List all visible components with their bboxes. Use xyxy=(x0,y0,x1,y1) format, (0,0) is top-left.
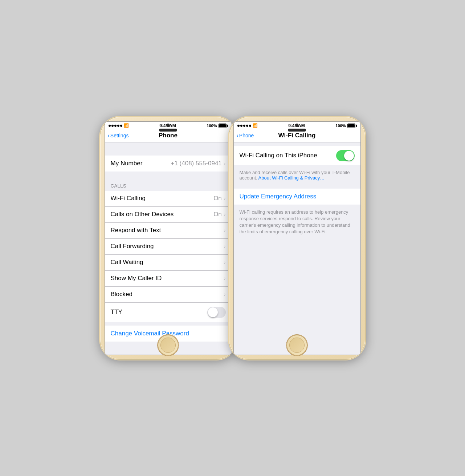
wifi-calling-toggle-cell[interactable]: Wi-Fi Calling on This iPhone xyxy=(234,146,360,165)
wifi-calling-iphone-label: Wi-Fi Calling on This iPhone xyxy=(240,152,317,159)
camera-icon-right xyxy=(295,124,299,127)
iphone-left: 📶 9:41 AM 100% ‹ Settings Phone xyxy=(100,117,236,359)
tty-label: TTY xyxy=(111,308,122,316)
emergency-section: Update Emergency Address xyxy=(234,189,360,205)
emergency-description-text: Wi-Fi calling requires an address to hel… xyxy=(234,205,360,240)
status-right: 100% xyxy=(207,124,228,128)
top-spacer-right xyxy=(234,142,360,146)
wifi-calling-label: Wi-Fi Calling xyxy=(111,195,146,202)
status-left: 📶 xyxy=(109,123,129,128)
calls-other-devices-cell[interactable]: Calls on Other Devices On › xyxy=(105,207,232,223)
call-forwarding-chevron-icon: › xyxy=(224,243,226,249)
signal-dots-right xyxy=(237,125,251,127)
back-chevron-icon-right: ‹ xyxy=(237,132,238,139)
speaker-icon-right xyxy=(288,129,306,132)
wifi-calling-value: On xyxy=(213,195,222,202)
battery-pct: 100% xyxy=(207,124,217,128)
home-button-right[interactable] xyxy=(286,335,307,356)
iphone-top-hardware xyxy=(159,124,177,132)
blocked-label: Blocked xyxy=(111,291,132,298)
tty-cell[interactable]: TTY xyxy=(105,303,232,322)
blocked-right: › xyxy=(224,291,226,297)
call-forwarding-label: Call Forwarding xyxy=(111,243,154,250)
back-button-phone[interactable]: ‹ Phone xyxy=(237,132,254,139)
home-button-inner-left xyxy=(160,338,176,353)
wifi-calling-toggle[interactable] xyxy=(336,150,355,161)
voicemail-link: Change Voicemail Password xyxy=(111,330,189,337)
call-waiting-right: › xyxy=(224,259,226,265)
calls-other-right: On › xyxy=(213,211,225,218)
iphone-screen-right: 📶 9:41 AM 100% ‹ Phone Wi-Fi Calling xyxy=(233,121,361,355)
wifi-toggle-group: Wi-Fi Calling on This iPhone xyxy=(234,146,360,165)
calls-other-devices-label: Calls on Other Devices xyxy=(111,211,174,218)
calls-other-chevron-icon: › xyxy=(224,211,226,217)
wifi-calling-cell[interactable]: Wi-Fi Calling On › xyxy=(105,191,232,207)
calls-section-header: CALLS xyxy=(105,175,232,191)
battery-icon xyxy=(219,124,228,128)
back-label-phone: Phone xyxy=(239,133,254,138)
wifi-calling-right: On › xyxy=(213,195,225,202)
wifi-icon: 📶 xyxy=(124,123,129,128)
respond-with-text-right: › xyxy=(224,227,226,233)
battery-icon-right xyxy=(347,124,357,128)
my-number-right: +1 (408) 555-0941 › xyxy=(171,160,225,167)
screen-content-right: Wi-Fi Calling on This iPhone Make and re… xyxy=(234,142,360,355)
home-button-inner-right xyxy=(289,338,305,353)
spacer-before-emergency xyxy=(234,185,360,189)
call-waiting-cell[interactable]: Call Waiting › xyxy=(105,255,232,271)
caller-id-label: Show My Caller ID xyxy=(111,275,162,282)
my-number-section: My Number +1 (408) 555-0941 › xyxy=(105,156,232,172)
back-chevron-icon: ‹ xyxy=(108,132,110,139)
camera-icon xyxy=(166,124,170,127)
emergency-link-label: Update Emergency Address xyxy=(240,193,317,200)
top-spacer xyxy=(105,142,232,156)
tty-toggle-thumb xyxy=(208,307,218,317)
phones-container: 📶 9:41 AM 100% ‹ Settings Phone xyxy=(93,110,372,367)
screen-content-left: My Number +1 (408) 555-0941 › CALLS Wi-F… xyxy=(105,142,232,355)
iphone-right: 📶 9:41 AM 100% ‹ Phone Wi-Fi Calling xyxy=(229,117,365,359)
nav-title-phone: Phone xyxy=(159,132,178,139)
my-number-cell[interactable]: My Number +1 (408) 555-0941 › xyxy=(105,156,232,172)
respond-with-text-cell[interactable]: Respond with Text › xyxy=(105,223,232,239)
iphone-screen-left: 📶 9:41 AM 100% ‹ Settings Phone xyxy=(105,121,232,355)
calls-table-group: Wi-Fi Calling On › Calls on Other Device… xyxy=(105,191,232,322)
caller-id-chevron-icon: › xyxy=(224,275,226,281)
back-label-settings: Settings xyxy=(110,133,129,138)
speaker-icon xyxy=(159,129,177,132)
tty-toggle[interactable] xyxy=(207,307,226,318)
home-button-left[interactable] xyxy=(158,335,179,356)
wifi-calling-info-link[interactable]: About Wi-Fi Calling & Privacy… xyxy=(258,175,325,181)
iphone-top-hardware-right xyxy=(288,124,306,132)
call-forwarding-cell[interactable]: Call Forwarding › xyxy=(105,239,232,255)
spacer-after-number xyxy=(105,172,232,175)
status-left-right: 📶 xyxy=(237,123,258,128)
battery-pct-right: 100% xyxy=(335,124,346,128)
blocked-cell[interactable]: Blocked › xyxy=(105,287,232,303)
blocked-chevron-icon: › xyxy=(224,291,226,297)
emergency-link-cell[interactable]: Update Emergency Address xyxy=(234,189,360,205)
calls-other-value: On xyxy=(213,211,222,218)
spacer-before-voicemail xyxy=(105,322,232,326)
bottom-spacer-right xyxy=(234,239,360,253)
call-waiting-chevron-icon: › xyxy=(224,259,226,265)
call-waiting-label: Call Waiting xyxy=(111,259,143,266)
respond-with-text-label: Respond with Text xyxy=(111,227,161,234)
wifi-calling-info-text: Make and receive calls over Wi-Fi with y… xyxy=(234,165,360,185)
caller-id-right: › xyxy=(224,275,226,281)
signal-dots xyxy=(109,125,122,127)
back-button-settings[interactable]: ‹ Settings xyxy=(108,132,129,139)
call-forwarding-right: › xyxy=(224,243,226,249)
status-right-right: 100% xyxy=(335,124,356,128)
my-number-value: +1 (408) 555-0941 xyxy=(171,160,221,167)
wifi-calling-chevron-icon: › xyxy=(224,195,226,201)
nav-title-wifi-calling: Wi-Fi Calling xyxy=(278,132,316,139)
wifi-calling-toggle-thumb xyxy=(344,151,354,161)
caller-id-cell[interactable]: Show My Caller ID › xyxy=(105,271,232,287)
my-number-label: My Number xyxy=(111,160,143,167)
wifi-icon-right: 📶 xyxy=(253,123,258,128)
respond-with-text-chevron-icon: › xyxy=(224,227,226,233)
my-number-chevron-icon: › xyxy=(224,161,226,166)
